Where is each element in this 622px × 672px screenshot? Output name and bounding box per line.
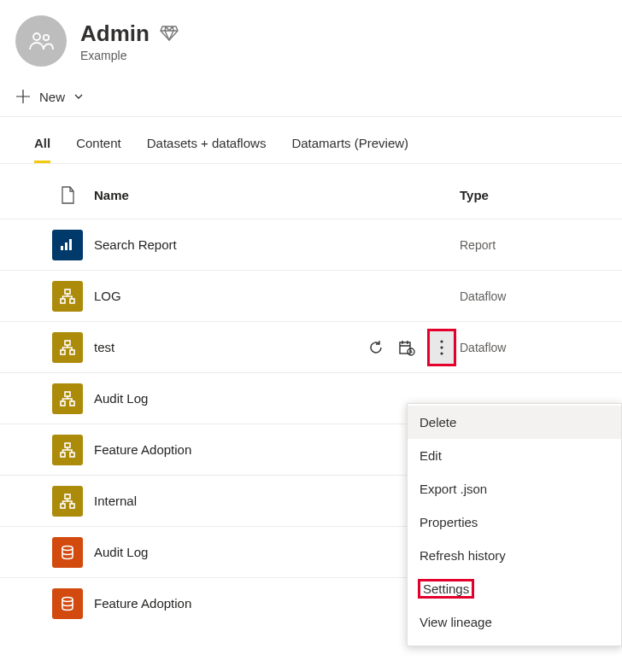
svg-point-1 bbox=[44, 35, 49, 40]
menu-item-settings[interactable]: Settings bbox=[408, 572, 621, 605]
row-type: Dataflow bbox=[460, 289, 622, 303]
svg-rect-21 bbox=[70, 453, 74, 457]
workspace-header: Admin Example bbox=[0, 0, 622, 73]
schedule-icon bbox=[398, 339, 415, 356]
svg-rect-16 bbox=[65, 392, 70, 396]
svg-rect-23 bbox=[61, 504, 65, 508]
table-row[interactable]: LOG Dataflow bbox=[0, 270, 622, 321]
schedule-refresh-button[interactable] bbox=[398, 339, 415, 356]
svg-rect-2 bbox=[61, 246, 63, 250]
menu-item-refresh-history[interactable]: Refresh history bbox=[408, 539, 621, 572]
svg-point-0 bbox=[33, 33, 40, 40]
people-icon bbox=[27, 31, 55, 51]
row-name: Search Report bbox=[94, 237, 460, 252]
row-name: Audit Log bbox=[94, 391, 460, 406]
menu-item-settings-label: Settings bbox=[420, 581, 472, 597]
row-type: Dataflow bbox=[460, 341, 622, 354]
header-type[interactable]: Type bbox=[460, 188, 622, 202]
tab-all[interactable]: All bbox=[34, 131, 50, 163]
svg-rect-6 bbox=[61, 299, 65, 303]
header-name[interactable]: Name bbox=[94, 188, 460, 202]
svg-rect-18 bbox=[70, 401, 74, 406]
menu-item-delete[interactable]: Delete bbox=[408, 406, 621, 439]
svg-rect-20 bbox=[61, 453, 65, 457]
menu-item-export-json[interactable]: Export .json bbox=[408, 472, 621, 505]
menu-item-edit[interactable]: Edit bbox=[408, 439, 621, 472]
new-button[interactable]: New bbox=[15, 89, 84, 104]
chevron-down-icon bbox=[73, 91, 84, 102]
report-icon bbox=[52, 230, 83, 260]
dataflow-icon bbox=[52, 435, 83, 465]
dataflow-icon bbox=[52, 486, 83, 517]
table-row[interactable]: test Dataflow bbox=[0, 321, 622, 372]
plus-icon bbox=[15, 89, 31, 104]
menu-item-properties[interactable]: Properties bbox=[408, 505, 621, 539]
svg-rect-19 bbox=[65, 443, 70, 447]
row-name: Audit Log bbox=[94, 545, 460, 559]
row-name: Feature Adoption bbox=[94, 442, 460, 457]
svg-rect-22 bbox=[65, 494, 70, 499]
context-menu: Delete Edit Export .json Properties Refr… bbox=[407, 403, 622, 646]
row-name: Feature Adoption bbox=[94, 596, 460, 611]
row-name: Internal bbox=[94, 494, 460, 508]
tab-content[interactable]: Content bbox=[76, 131, 121, 163]
svg-rect-24 bbox=[70, 504, 74, 508]
svg-rect-4 bbox=[69, 239, 72, 250]
table-row[interactable]: Search Report Report bbox=[0, 219, 622, 270]
workspace-title-block: Admin Example bbox=[80, 20, 179, 62]
new-button-label: New bbox=[39, 90, 65, 104]
row-name: LOG bbox=[94, 289, 460, 303]
workspace-title: Admin bbox=[80, 20, 150, 47]
workspace-subtitle: Example bbox=[80, 49, 179, 62]
datamart-icon bbox=[52, 537, 83, 568]
svg-point-25 bbox=[62, 546, 73, 550]
tab-bar: All Content Datasets + dataflows Datamar… bbox=[0, 117, 622, 164]
vertical-dots-icon bbox=[440, 340, 443, 355]
svg-rect-7 bbox=[70, 299, 74, 303]
row-type: Report bbox=[460, 238, 622, 252]
svg-point-15 bbox=[440, 352, 443, 354]
row-name: test bbox=[94, 340, 367, 354]
svg-rect-5 bbox=[65, 289, 70, 294]
svg-point-13 bbox=[440, 340, 443, 342]
tab-datamarts[interactable]: Datamarts (Preview) bbox=[291, 131, 408, 163]
svg-rect-17 bbox=[61, 401, 65, 406]
svg-rect-8 bbox=[65, 341, 70, 345]
svg-rect-3 bbox=[65, 243, 67, 250]
refresh-icon bbox=[367, 339, 384, 356]
svg-point-14 bbox=[440, 346, 443, 348]
dataflow-icon bbox=[52, 383, 83, 414]
file-icon bbox=[61, 186, 75, 204]
workspace-avatar bbox=[15, 15, 67, 67]
datamart-icon bbox=[52, 588, 83, 619]
dataflow-icon bbox=[52, 332, 83, 363]
header-icon-cell bbox=[41, 186, 94, 204]
premium-diamond-icon bbox=[160, 26, 179, 41]
tab-datasets[interactable]: Datasets + dataflows bbox=[147, 131, 267, 163]
menu-item-view-lineage[interactable]: View lineage bbox=[408, 605, 621, 639]
more-options-button[interactable] bbox=[429, 330, 455, 365]
svg-rect-9 bbox=[61, 350, 65, 354]
svg-point-26 bbox=[62, 597, 73, 601]
table-header-row: Name Type bbox=[0, 171, 622, 219]
dataflow-icon bbox=[52, 281, 83, 312]
refresh-button[interactable] bbox=[367, 339, 384, 356]
row-actions bbox=[367, 330, 455, 365]
svg-rect-10 bbox=[70, 350, 74, 354]
command-bar: New bbox=[0, 73, 622, 117]
svg-rect-11 bbox=[400, 342, 410, 354]
workspace-view: { "header": { "title": "Admin", "subtitl… bbox=[0, 0, 622, 672]
